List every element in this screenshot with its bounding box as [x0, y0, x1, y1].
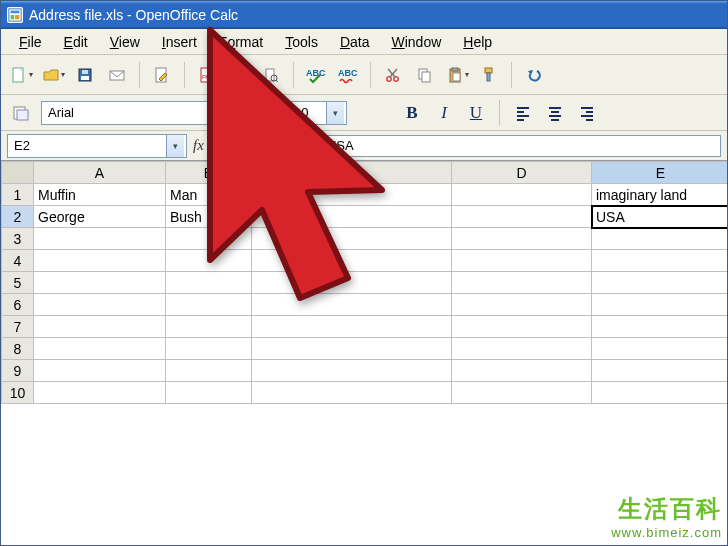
sum-icon[interactable]: Σ	[210, 137, 219, 154]
italic-button[interactable]: I	[431, 100, 457, 126]
cell[interactable]: Muffin	[34, 184, 166, 206]
page-preview-button[interactable]	[257, 61, 285, 89]
cell[interactable]	[34, 360, 166, 382]
cell[interactable]	[452, 228, 592, 250]
col-header-C[interactable]: C	[252, 162, 452, 184]
format-paintbrush-button[interactable]	[475, 61, 503, 89]
cell[interactable]	[252, 294, 452, 316]
cell[interactable]	[252, 184, 452, 206]
cell[interactable]: imaginary land	[592, 184, 728, 206]
cell[interactable]	[166, 382, 252, 404]
font-name-input[interactable]	[42, 102, 260, 124]
export-pdf-button[interactable]: PDF	[193, 61, 221, 89]
align-right-button[interactable]	[574, 100, 600, 126]
cell[interactable]	[592, 250, 728, 272]
name-box[interactable]: ▾	[7, 134, 187, 158]
paste-button[interactable]: ▾	[443, 61, 471, 89]
new-doc-button[interactable]: ▾	[7, 61, 35, 89]
align-center-button[interactable]	[542, 100, 568, 126]
function-wizard-icon[interactable]: fx	[193, 137, 204, 154]
font-size-input[interactable]	[288, 102, 326, 124]
cell[interactable]	[166, 294, 252, 316]
print-button[interactable]	[225, 61, 253, 89]
cell[interactable]	[452, 184, 592, 206]
font-name-combo[interactable]: ▾	[41, 101, 281, 125]
styles-button[interactable]	[7, 99, 35, 127]
cell[interactable]	[252, 338, 452, 360]
menu-edit[interactable]: Edit	[54, 31, 98, 53]
cell[interactable]	[592, 360, 728, 382]
email-button[interactable]	[103, 61, 131, 89]
cell[interactable]	[452, 316, 592, 338]
cell[interactable]	[252, 206, 452, 228]
edit-file-button[interactable]	[148, 61, 176, 89]
cell[interactable]	[34, 294, 166, 316]
font-size-combo[interactable]: ▾	[287, 101, 347, 125]
underline-button[interactable]: U	[463, 100, 489, 126]
cell[interactable]	[252, 272, 452, 294]
name-box-dropdown-button[interactable]: ▾	[166, 135, 184, 157]
cell[interactable]	[452, 206, 592, 228]
cell[interactable]	[252, 228, 452, 250]
row-header[interactable]: 2	[2, 206, 34, 228]
cell[interactable]	[166, 338, 252, 360]
col-header-A[interactable]: A	[34, 162, 166, 184]
undo-button[interactable]	[520, 61, 548, 89]
spellcheck-button[interactable]: ABC	[302, 61, 330, 89]
name-box-input[interactable]	[8, 135, 166, 157]
row-header[interactable]: 6	[2, 294, 34, 316]
menu-help[interactable]: Help	[453, 31, 502, 53]
cell[interactable]	[252, 250, 452, 272]
cell[interactable]	[166, 316, 252, 338]
font-size-dropdown-button[interactable]: ▾	[326, 102, 344, 124]
menu-insert[interactable]: Insert	[152, 31, 207, 53]
cell[interactable]	[592, 382, 728, 404]
align-left-button[interactable]	[510, 100, 536, 126]
menu-window[interactable]: Window	[381, 31, 451, 53]
cell[interactable]	[34, 382, 166, 404]
cell[interactable]	[592, 228, 728, 250]
row-header[interactable]: 1	[2, 184, 34, 206]
cell[interactable]: Bush	[166, 206, 252, 228]
cell[interactable]	[452, 360, 592, 382]
cell[interactable]	[452, 338, 592, 360]
select-all-corner[interactable]	[2, 162, 34, 184]
row-header[interactable]: 10	[2, 382, 34, 404]
cell[interactable]	[34, 250, 166, 272]
auto-spellcheck-button[interactable]: ABC	[334, 61, 362, 89]
col-header-B[interactable]: B	[166, 162, 252, 184]
copy-button[interactable]	[411, 61, 439, 89]
row-header[interactable]: 3	[2, 228, 34, 250]
cell[interactable]	[166, 272, 252, 294]
cell[interactable]	[34, 338, 166, 360]
formula-input[interactable]	[320, 135, 721, 157]
row-header[interactable]: 7	[2, 316, 34, 338]
cell[interactable]	[34, 272, 166, 294]
cell[interactable]	[592, 316, 728, 338]
cell[interactable]	[166, 228, 252, 250]
row-header[interactable]: 5	[2, 272, 34, 294]
cell[interactable]	[452, 272, 592, 294]
cell[interactable]	[592, 294, 728, 316]
spreadsheet-area[interactable]: A B C D E 1MuffinManimaginary land2Georg…	[1, 161, 727, 545]
cell[interactable]	[592, 338, 728, 360]
row-header[interactable]: 8	[2, 338, 34, 360]
menu-view[interactable]: View	[100, 31, 150, 53]
cell[interactable]	[452, 294, 592, 316]
col-header-D[interactable]: D	[452, 162, 592, 184]
cell[interactable]: Man	[166, 184, 252, 206]
cell[interactable]: USA	[592, 206, 728, 228]
cut-button[interactable]	[379, 61, 407, 89]
cell[interactable]	[452, 382, 592, 404]
cell[interactable]	[34, 228, 166, 250]
cell[interactable]	[34, 316, 166, 338]
menu-format[interactable]: Format	[209, 31, 273, 53]
col-header-E[interactable]: E	[592, 162, 728, 184]
open-button[interactable]: ▾	[39, 61, 67, 89]
menu-data[interactable]: Data	[330, 31, 380, 53]
cell[interactable]	[252, 382, 452, 404]
cell[interactable]	[252, 316, 452, 338]
menu-tools[interactable]: Tools	[275, 31, 328, 53]
font-name-dropdown-button[interactable]: ▾	[260, 102, 278, 124]
save-button[interactable]	[71, 61, 99, 89]
